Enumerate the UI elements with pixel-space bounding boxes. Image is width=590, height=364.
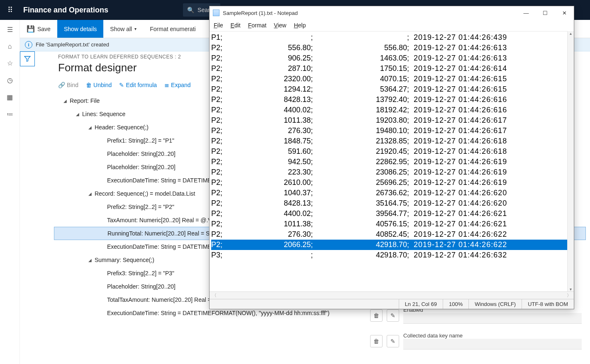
notepad-text-area[interactable]: P1;;;2019-12-27 01:44:26:439P2;556.80;55… [210, 31, 574, 291]
workspace-icon[interactable]: ▦ [7, 93, 13, 101]
notepad-line[interactable]: P2;942.50;22862.95;2019-12-27 01:44:26:6… [211, 157, 572, 167]
filter-tab[interactable] [20, 51, 35, 66]
home-icon[interactable]: ⌂ [8, 43, 12, 50]
status-zoom: 100% [443, 299, 468, 309]
notepad-line[interactable]: P2;1040.37;26736.62;2019-12-27 01:44:26:… [211, 188, 572, 198]
recent-icon[interactable]: ◷ [7, 76, 13, 84]
notepad-line[interactable]: P2;276.30;40852.45;2019-12-27 01:44:26:6… [211, 229, 572, 240]
menu-view[interactable]: View [274, 22, 286, 29]
status-eol: Windows (CRLF) [468, 299, 522, 309]
edit-icon[interactable]: ✎ [387, 309, 399, 322]
delete-icon[interactable]: 🗑 [370, 309, 383, 322]
notepad-line[interactable]: P2;8428.13;13792.40;2019-12-27 01:44:26:… [211, 95, 572, 105]
notepad-line[interactable]: P2;906.25;1463.05;2019-12-27 01:44:26:61… [211, 53, 572, 63]
notepad-line[interactable]: P2;287.10;1750.15;2019-12-27 01:44:26:61… [211, 63, 572, 74]
pencil-icon: ✎ [119, 82, 124, 88]
show-details-button[interactable]: Show details [57, 20, 103, 38]
chevron-down-icon: ▾ [134, 27, 137, 31]
property-field-enabled[interactable] [403, 313, 582, 324]
edit-formula-button[interactable]: ✎Edit formula [119, 82, 157, 88]
notepad-window: SampleReport (1).txt - Notepad — ☐ ✕ Fil… [209, 6, 574, 309]
notepad-line[interactable]: P2;2066.25;42918.70;2019-12-27 01:44:26:… [211, 240, 572, 250]
list-icon: ≣ [164, 82, 169, 88]
property-label: Collected data key name [403, 332, 582, 339]
notepad-app-icon [213, 10, 219, 16]
delete-icon[interactable]: 🗑 [370, 335, 383, 347]
modules-icon[interactable]: ≔ [7, 110, 13, 118]
format-enum-button[interactable]: Format enumerati [143, 20, 202, 38]
edit-icon[interactable]: ✎ [387, 335, 399, 347]
notepad-line[interactable]: P2;4400.02;39564.77;2019-12-27 01:44:26:… [211, 209, 572, 219]
property-row-collected: 🗑 ✎ Collected data key name [370, 332, 582, 349]
left-nav-rail: ☰ ⌂ ☆ ◷ ▦ ≔ [0, 20, 20, 364]
menu-format[interactable]: Format [248, 22, 266, 29]
maximize-button[interactable]: ☐ [536, 6, 555, 19]
link-icon: 🔗 [58, 82, 65, 88]
menu-file[interactable]: File [214, 22, 223, 29]
notepad-hscroll[interactable]: 〈〉 [210, 291, 574, 299]
close-button[interactable]: ✕ [555, 6, 574, 19]
notepad-line[interactable]: P3;;42918.70;2019-12-27 01:44:26:632 [211, 250, 572, 260]
notepad-line[interactable]: P2;1848.75;21328.85;2019-12-27 01:44:26:… [211, 136, 572, 146]
save-icon: 💾 [27, 25, 35, 33]
filter-icon [24, 56, 31, 62]
property-field-collected[interactable] [403, 339, 582, 349]
notepad-line[interactable]: P2;591.60;21920.45;2019-12-27 01:44:26:6… [211, 146, 572, 157]
notification-text: File 'SampleReport.txt' created [36, 41, 109, 48]
minimize-button[interactable]: — [517, 6, 536, 19]
menu-edit[interactable]: Edit [231, 22, 241, 29]
status-position: Ln 21, Col 69 [399, 299, 443, 309]
notepad-line[interactable]: P2;556.80;556.80;2019-12-27 01:44:26:613 [211, 43, 572, 53]
save-button[interactable]: 💾 Save [20, 20, 57, 38]
notepad-line[interactable]: P2;2320.00;4070.15;2019-12-27 01:44:26:6… [211, 74, 572, 84]
notepad-menubar: File Edit Format View Help [210, 19, 574, 31]
notepad-line[interactable]: P2;8428.13;35164.75;2019-12-27 01:44:26:… [211, 198, 572, 209]
notepad-line[interactable]: P1;;;2019-12-27 01:44:26:439 [211, 32, 572, 43]
notepad-line[interactable]: P2;2610.00;25696.25;2019-12-27 01:44:26:… [211, 177, 572, 188]
hamburger-icon[interactable]: ☰ [7, 26, 13, 34]
property-row-enabled: 🗑 ✎ Enabled [370, 307, 582, 324]
show-all-button[interactable]: Show all ▾ [103, 20, 143, 38]
search-icon: 🔍 [187, 7, 194, 13]
notepad-line[interactable]: P2;4400.02;18192.42;2019-12-27 01:44:26:… [211, 105, 572, 115]
notepad-vscroll[interactable]: ▴▾ [567, 31, 574, 291]
notepad-line[interactable]: P2;1294.12;5364.27;2019-12-27 01:44:26:6… [211, 84, 572, 95]
notepad-line[interactable]: P2;1011.38;19203.80;2019-12-27 01:44:26:… [211, 115, 572, 126]
notepad-statusbar: Ln 21, Col 69 100% Windows (CRLF) UTF-8 … [210, 299, 574, 309]
notepad-line[interactable]: P2;1011.38;40576.15;2019-12-27 01:44:26:… [211, 219, 572, 229]
unbind-button[interactable]: 🗑Unbind [86, 82, 112, 88]
expand-button[interactable]: ≣Expand [164, 82, 190, 88]
status-encoding: UTF-8 with BOM [522, 299, 574, 309]
notepad-titlebar[interactable]: SampleReport (1).txt - Notepad — ☐ ✕ [210, 6, 574, 19]
app-title: Finance and Operations [20, 6, 108, 15]
menu-help[interactable]: Help [294, 22, 306, 29]
trash-icon: 🗑 [86, 82, 92, 88]
app-launcher-icon[interactable]: ⠿ [0, 5, 20, 15]
notepad-line[interactable]: P2;276.30;19480.10;2019-12-27 01:44:26:6… [211, 126, 572, 136]
notepad-line[interactable]: P2;223.30;23086.25;2019-12-27 01:44:26:6… [211, 167, 572, 177]
favorite-icon[interactable]: ☆ [7, 59, 13, 67]
notepad-title-text: SampleReport (1).txt - Notepad [223, 10, 298, 16]
info-icon: i [25, 41, 32, 49]
bind-button[interactable]: 🔗Bind [58, 82, 78, 88]
